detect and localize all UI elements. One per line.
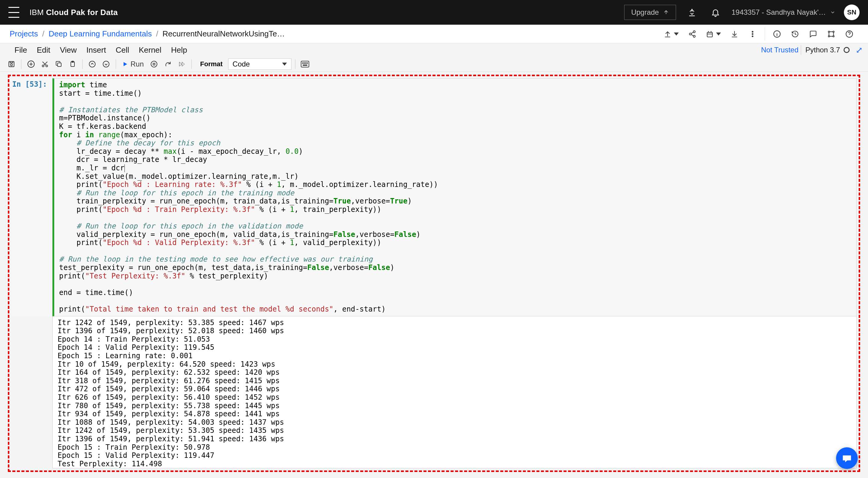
cell-output-area: Itr 1242 of 1549, perplexity: 53.385 spe…: [11, 316, 857, 468]
chat-fab[interactable]: [836, 447, 858, 469]
breadcrumb: Projects / Deep Learning Fundamentals / …: [10, 29, 659, 38]
cell-output: Itr 1242 of 1549, perplexity: 53.385 spe…: [53, 316, 857, 468]
svg-rect-32: [844, 459, 848, 459]
command-palette-button[interactable]: [299, 58, 311, 70]
svg-rect-29: [307, 63, 308, 64]
upgrade-icon: [663, 9, 669, 15]
page-actions: [659, 27, 858, 41]
run-button[interactable]: Run: [120, 60, 146, 68]
svg-point-6: [752, 36, 753, 37]
breadcrumb-deep-learning[interactable]: Deep Learning Fundamentals: [49, 29, 152, 38]
svg-point-22: [103, 61, 109, 67]
kernel-idle-icon: [844, 47, 849, 53]
expand-icon[interactable]: ⤢: [856, 45, 863, 55]
overflow-menu-icon[interactable]: [744, 27, 762, 41]
restart-button[interactable]: [162, 58, 174, 70]
menu-insert[interactable]: Insert: [82, 43, 111, 57]
help-icon[interactable]: [840, 27, 858, 41]
svg-point-16: [42, 65, 44, 67]
format-label: Format: [195, 60, 226, 68]
svg-point-1: [693, 31, 695, 33]
svg-point-10: [828, 36, 830, 37]
menu-kernel[interactable]: Kernel: [134, 43, 166, 57]
notebook-toolbar: Run Format Code: [0, 57, 868, 72]
cell-type-select[interactable]: Code: [228, 58, 291, 70]
svg-rect-26: [302, 63, 303, 64]
comments-icon[interactable]: [804, 27, 822, 41]
upgrade-button[interactable]: Upgrade: [624, 5, 676, 20]
svg-point-9: [833, 31, 834, 32]
svg-point-23: [151, 61, 157, 67]
run-all-button[interactable]: [176, 58, 188, 70]
svg-point-14: [10, 64, 13, 66]
svg-point-21: [89, 61, 95, 67]
chevron-down-icon: [282, 63, 287, 66]
svg-point-5: [752, 33, 753, 34]
cell-prompt: In [53]:: [11, 78, 53, 316]
notifications-icon[interactable]: [708, 5, 723, 20]
paste-button[interactable]: [67, 58, 79, 70]
top-bar: IBM Cloud Pak for Data Upgrade 1943357 -…: [0, 0, 868, 25]
svg-rect-18: [58, 63, 61, 67]
notebook-menu-bar: File Edit View Insert Cell Kernel Help N…: [0, 43, 868, 57]
svg-rect-28: [305, 63, 306, 64]
code-editor[interactable]: import time start = time.time() # Instan…: [53, 78, 857, 316]
share-icon[interactable]: [683, 27, 701, 41]
svg-point-11: [833, 36, 834, 37]
info-icon[interactable]: [768, 27, 786, 41]
move-down-button[interactable]: [100, 58, 112, 70]
play-icon: [122, 61, 128, 67]
svg-rect-30: [303, 65, 307, 66]
cell-input-area: In [53]: import time start = time.time()…: [11, 78, 857, 316]
svg-point-0: [689, 33, 691, 35]
assets-icon[interactable]: [822, 27, 840, 41]
avatar[interactable]: SN: [844, 4, 860, 20]
svg-point-8: [828, 31, 830, 32]
interrupt-button[interactable]: [148, 58, 160, 70]
svg-rect-25: [301, 61, 309, 67]
notebook-area: In [53]: import time start = time.time()…: [0, 72, 868, 478]
brand-title: IBM Cloud Pak for Data: [30, 8, 118, 17]
hamburger-menu-icon[interactable]: [8, 7, 19, 18]
kernel-indicator[interactable]: Python 3.7: [801, 46, 854, 54]
copy-button[interactable]: [53, 58, 65, 70]
download-icon[interactable]: [725, 27, 744, 41]
svg-rect-24: [153, 63, 155, 65]
breadcrumb-current: RecurrentNeuralNetworkUsingTe…: [162, 29, 285, 38]
chevron-down-icon: [674, 33, 679, 36]
history-icon[interactable]: [786, 27, 804, 41]
move-up-button[interactable]: [86, 58, 98, 70]
not-trusted-button[interactable]: Not Trusted: [761, 45, 801, 55]
insert-cell-button[interactable]: [25, 58, 37, 70]
svg-rect-31: [844, 457, 849, 458]
chevron-down-icon: [716, 33, 721, 36]
svg-point-4: [752, 31, 753, 32]
menu-help[interactable]: Help: [166, 43, 192, 57]
svg-point-17: [46, 65, 48, 67]
jobs-button[interactable]: [701, 27, 725, 41]
menu-view[interactable]: View: [55, 43, 82, 57]
publish-button[interactable]: [659, 27, 683, 41]
breadcrumb-projects[interactable]: Projects: [10, 29, 38, 38]
menu-edit[interactable]: Edit: [32, 43, 55, 57]
pin-icon[interactable]: [684, 5, 700, 20]
save-button[interactable]: [5, 58, 18, 70]
chevron-down-icon: [830, 10, 835, 15]
menu-file[interactable]: File: [10, 43, 32, 57]
breadcrumb-row: Projects / Deep Learning Fundamentals / …: [0, 25, 868, 43]
cut-button[interactable]: [39, 58, 51, 70]
account-switcher[interactable]: 1943357 - Sandhya Nayak'…: [732, 8, 835, 16]
svg-rect-3: [707, 32, 712, 37]
svg-rect-27: [304, 63, 305, 64]
menu-cell[interactable]: Cell: [111, 43, 134, 57]
notebook-cell[interactable]: In [53]: import time start = time.time()…: [11, 78, 857, 468]
svg-point-2: [693, 35, 695, 37]
chat-icon: [841, 453, 852, 464]
